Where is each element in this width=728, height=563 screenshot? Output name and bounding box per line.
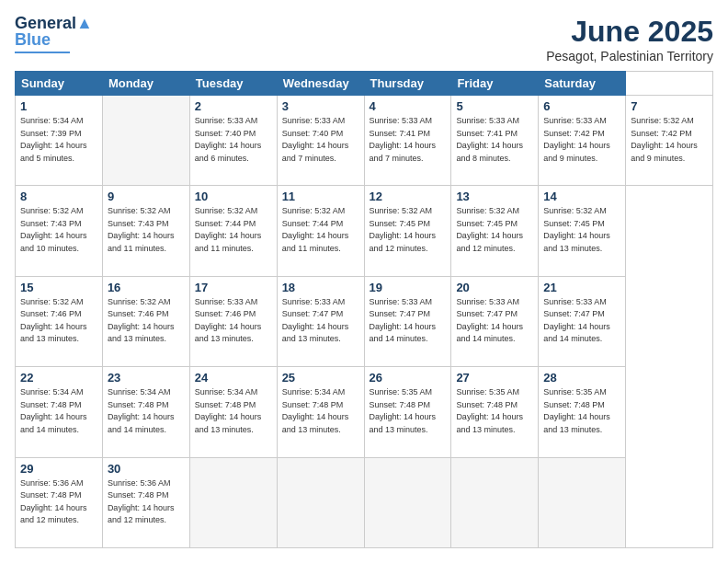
day-info: Sunrise: 5:33 AMSunset: 7:46 PMDaylight:… xyxy=(195,296,272,346)
table-row: 26Sunrise: 5:35 AMSunset: 7:48 PMDayligh… xyxy=(364,367,451,457)
day-number: 24 xyxy=(195,371,272,385)
table-row: 12Sunrise: 5:32 AMSunset: 7:45 PMDayligh… xyxy=(364,186,451,276)
day-number: 1 xyxy=(20,99,97,113)
calendar-page: General▲ Blue June 2025 Pesagot, Palesti… xyxy=(0,0,728,563)
table-row: 1Sunrise: 5:34 AMSunset: 7:39 PMDaylight… xyxy=(16,96,103,186)
day-info: Sunrise: 5:32 AMSunset: 7:42 PMDaylight:… xyxy=(631,115,708,165)
day-info: Sunrise: 5:32 AMSunset: 7:43 PMDaylight:… xyxy=(108,205,185,255)
day-number: 28 xyxy=(543,371,620,385)
day-info: Sunrise: 5:32 AMSunset: 7:45 PMDaylight:… xyxy=(543,205,620,255)
table-row: 5Sunrise: 5:33 AMSunset: 7:41 PMDaylight… xyxy=(451,96,539,186)
table-row: 9Sunrise: 5:32 AMSunset: 7:43 PMDaylight… xyxy=(102,186,189,276)
table-row: 30Sunrise: 5:36 AMSunset: 7:48 PMDayligh… xyxy=(102,457,189,547)
day-info: Sunrise: 5:32 AMSunset: 7:45 PMDaylight:… xyxy=(456,205,533,255)
day-number: 4 xyxy=(370,99,447,113)
table-row: 27Sunrise: 5:35 AMSunset: 7:48 PMDayligh… xyxy=(451,367,539,457)
day-info: Sunrise: 5:33 AMSunset: 7:42 PMDaylight:… xyxy=(543,115,620,165)
day-number: 8 xyxy=(20,190,97,203)
table-row: 19Sunrise: 5:33 AMSunset: 7:47 PMDayligh… xyxy=(364,276,451,366)
table-row: 15Sunrise: 5:32 AMSunset: 7:46 PMDayligh… xyxy=(16,276,103,366)
calendar-table: Sunday Monday Tuesday Wednesday Thursday… xyxy=(15,71,713,548)
day-info: Sunrise: 5:33 AMSunset: 7:41 PMDaylight:… xyxy=(456,115,533,165)
day-info: Sunrise: 5:32 AMSunset: 7:46 PMDaylight:… xyxy=(108,296,185,346)
day-number: 29 xyxy=(20,462,97,476)
day-number: 19 xyxy=(370,281,447,294)
table-row: 7Sunrise: 5:32 AMSunset: 7:42 PMDaylight… xyxy=(626,96,713,186)
day-number: 12 xyxy=(370,190,447,203)
table-row: 6Sunrise: 5:33 AMSunset: 7:42 PMDaylight… xyxy=(539,96,626,186)
table-row: 24Sunrise: 5:34 AMSunset: 7:48 PMDayligh… xyxy=(189,367,277,457)
calendar-week-2: 8Sunrise: 5:32 AMSunset: 7:43 PMDaylight… xyxy=(16,186,713,276)
calendar-week-4: 22Sunrise: 5:34 AMSunset: 7:48 PMDayligh… xyxy=(16,367,713,457)
table-row: 22Sunrise: 5:34 AMSunset: 7:48 PMDayligh… xyxy=(16,367,103,457)
day-number: 5 xyxy=(456,99,533,113)
day-info: Sunrise: 5:33 AMSunset: 7:40 PMDaylight:… xyxy=(282,115,359,165)
day-info: Sunrise: 5:33 AMSunset: 7:40 PMDaylight:… xyxy=(195,115,272,165)
day-info: Sunrise: 5:33 AMSunset: 7:47 PMDaylight:… xyxy=(370,296,447,346)
day-info: Sunrise: 5:34 AMSunset: 7:39 PMDaylight:… xyxy=(20,115,97,165)
day-number: 21 xyxy=(543,281,620,294)
day-number: 15 xyxy=(20,281,97,294)
day-number: 26 xyxy=(370,371,447,385)
day-info: Sunrise: 5:32 AMSunset: 7:44 PMDaylight:… xyxy=(282,205,359,255)
table-row: 10Sunrise: 5:32 AMSunset: 7:44 PMDayligh… xyxy=(189,186,277,276)
table-row: 17Sunrise: 5:33 AMSunset: 7:46 PMDayligh… xyxy=(189,276,277,366)
title-block: June 2025 Pesagot, Palestinian Territory xyxy=(546,15,713,63)
day-number: 22 xyxy=(20,371,97,385)
month-title: June 2025 xyxy=(546,15,713,49)
table-row xyxy=(277,457,364,547)
day-number: 18 xyxy=(282,281,359,294)
day-info: Sunrise: 5:32 AMSunset: 7:44 PMDaylight:… xyxy=(195,205,272,255)
table-row: 20Sunrise: 5:33 AMSunset: 7:47 PMDayligh… xyxy=(451,276,539,366)
logo: General▲ Blue xyxy=(15,15,93,53)
col-friday: Friday xyxy=(451,72,539,96)
day-info: Sunrise: 5:33 AMSunset: 7:47 PMDaylight:… xyxy=(456,296,533,346)
day-number: 9 xyxy=(108,190,185,203)
day-number: 17 xyxy=(195,281,272,294)
day-info: Sunrise: 5:32 AMSunset: 7:46 PMDaylight:… xyxy=(20,296,97,346)
day-number: 2 xyxy=(195,99,272,113)
table-row: 29Sunrise: 5:36 AMSunset: 7:48 PMDayligh… xyxy=(16,457,103,547)
day-info: Sunrise: 5:35 AMSunset: 7:48 PMDaylight:… xyxy=(456,386,533,436)
day-info: Sunrise: 5:34 AMSunset: 7:48 PMDaylight:… xyxy=(20,386,97,436)
day-number: 25 xyxy=(282,371,359,385)
table-row: 23Sunrise: 5:34 AMSunset: 7:48 PMDayligh… xyxy=(102,367,189,457)
table-row xyxy=(189,457,277,547)
day-number: 14 xyxy=(543,190,620,203)
table-row xyxy=(364,457,451,547)
logo-text2: Blue xyxy=(15,31,51,50)
day-info: Sunrise: 5:36 AMSunset: 7:48 PMDaylight:… xyxy=(108,477,185,527)
day-info: Sunrise: 5:33 AMSunset: 7:47 PMDaylight:… xyxy=(543,296,620,346)
day-info: Sunrise: 5:33 AMSunset: 7:47 PMDaylight:… xyxy=(282,296,359,346)
table-row: 25Sunrise: 5:34 AMSunset: 7:48 PMDayligh… xyxy=(277,367,364,457)
calendar-week-1: 1Sunrise: 5:34 AMSunset: 7:39 PMDaylight… xyxy=(16,96,713,186)
col-thursday: Thursday xyxy=(364,72,451,96)
table-row: 18Sunrise: 5:33 AMSunset: 7:47 PMDayligh… xyxy=(277,276,364,366)
table-row: 16Sunrise: 5:32 AMSunset: 7:46 PMDayligh… xyxy=(102,276,189,366)
day-info: Sunrise: 5:34 AMSunset: 7:48 PMDaylight:… xyxy=(195,386,272,436)
table-row: 13Sunrise: 5:32 AMSunset: 7:45 PMDayligh… xyxy=(451,186,539,276)
day-number: 16 xyxy=(108,281,185,294)
location-subtitle: Pesagot, Palestinian Territory xyxy=(546,49,713,63)
calendar-header-row: Sunday Monday Tuesday Wednesday Thursday… xyxy=(16,72,713,96)
page-header: General▲ Blue June 2025 Pesagot, Palesti… xyxy=(15,15,713,63)
day-number: 20 xyxy=(456,281,533,294)
col-wednesday: Wednesday xyxy=(277,72,364,96)
table-row: 2Sunrise: 5:33 AMSunset: 7:40 PMDaylight… xyxy=(189,96,277,186)
day-info: Sunrise: 5:33 AMSunset: 7:41 PMDaylight:… xyxy=(370,115,447,165)
day-info: Sunrise: 5:34 AMSunset: 7:48 PMDaylight:… xyxy=(282,386,359,436)
col-monday: Monday xyxy=(102,72,189,96)
table-row: 4Sunrise: 5:33 AMSunset: 7:41 PMDaylight… xyxy=(364,96,451,186)
day-number: 6 xyxy=(543,99,620,113)
table-row: 3Sunrise: 5:33 AMSunset: 7:40 PMDaylight… xyxy=(277,96,364,186)
day-number: 23 xyxy=(108,371,185,385)
day-info: Sunrise: 5:35 AMSunset: 7:48 PMDaylight:… xyxy=(543,386,620,436)
table-row xyxy=(539,457,626,547)
day-number: 11 xyxy=(282,190,359,203)
day-info: Sunrise: 5:34 AMSunset: 7:48 PMDaylight:… xyxy=(108,386,185,436)
day-number: 3 xyxy=(282,99,359,113)
day-number: 10 xyxy=(195,190,272,203)
table-row xyxy=(102,96,189,186)
table-row xyxy=(451,457,539,547)
calendar-week-5: 29Sunrise: 5:36 AMSunset: 7:48 PMDayligh… xyxy=(16,457,713,547)
